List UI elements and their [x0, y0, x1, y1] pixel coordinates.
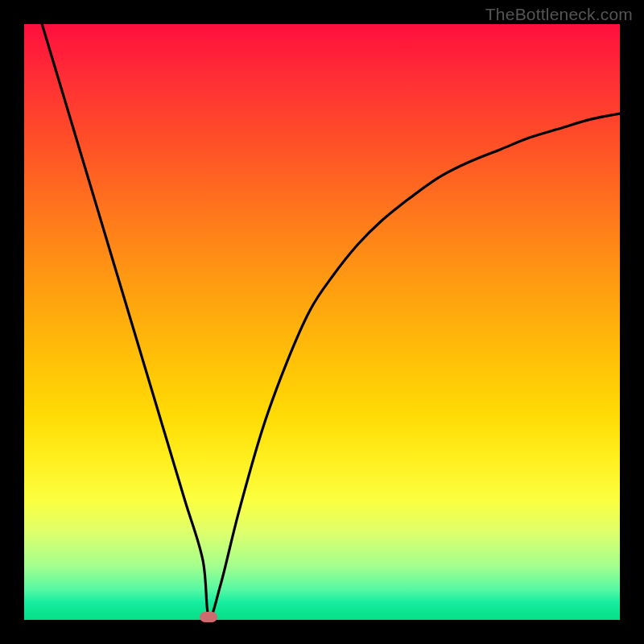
optimum-marker	[200, 612, 217, 622]
curve-line	[24, 24, 620, 620]
chart-frame: TheBottleneck.com	[0, 0, 644, 644]
plot-area	[24, 24, 620, 620]
watermark-text: TheBottleneck.com	[485, 5, 633, 24]
